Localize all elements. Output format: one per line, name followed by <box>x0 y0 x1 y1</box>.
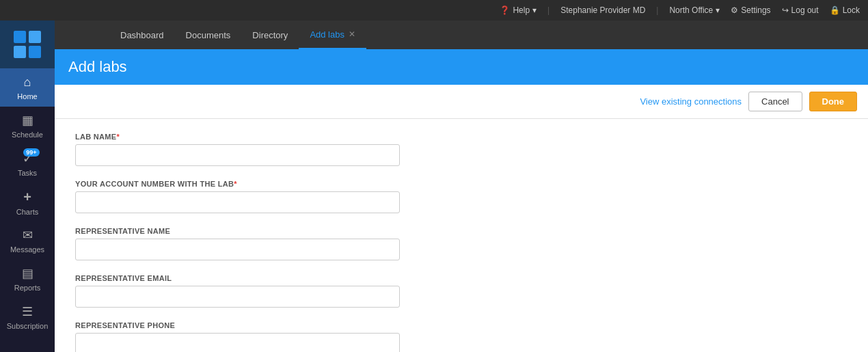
svg-rect-0 <box>14 31 26 43</box>
nav-documents[interactable]: Documents <box>175 21 242 49</box>
rep-name-group: REPRESENTATIVE NAME <box>75 227 847 260</box>
reports-icon: ▤ <box>22 266 33 281</box>
messages-icon: ✉ <box>23 228 33 243</box>
rep-phone-group: REPRESENTATIVE PHONE <box>75 321 847 352</box>
sidebar-item-home-label: Home <box>17 92 37 100</box>
sidebar-item-messages-label: Messages <box>10 245 44 254</box>
view-existing-connections-link[interactable]: View existing connections <box>640 96 742 107</box>
account-number-label: YOUR ACCOUNT NUMBER WITH THE LAB* <box>75 180 847 188</box>
sidebar-item-reports-label: Reports <box>14 284 41 292</box>
cancel-button[interactable]: Cancel <box>748 92 802 111</box>
done-button[interactable]: Done <box>809 92 858 111</box>
settings-link[interactable]: ⚙ Settings <box>731 5 770 15</box>
sidebar-item-home[interactable]: ⌂ Home <box>0 68 55 107</box>
sidebar-item-schedule-label: Schedule <box>12 131 43 139</box>
logo <box>0 21 55 68</box>
lab-name-required: * <box>116 133 120 141</box>
sidebar-item-reports[interactable]: ▤ Reports <box>0 260 55 298</box>
rep-phone-input[interactable] <box>75 333 400 352</box>
close-tab-icon[interactable]: ✕ <box>349 29 355 39</box>
rep-name-label: REPRESENTATIVE NAME <box>75 227 847 235</box>
sidebar-item-charts-label: Charts <box>16 208 38 216</box>
subscription-icon: ☰ <box>22 304 33 319</box>
nav-add-labs[interactable]: Add labs ✕ <box>299 21 366 49</box>
account-number-group: YOUR ACCOUNT NUMBER WITH THE LAB* <box>75 180 847 213</box>
sidebar-item-subscription-label: Subscription <box>7 322 49 330</box>
main-layout: ⌂ Home ▦ Schedule ✓ 99+ Tasks + Charts ✉… <box>0 21 868 352</box>
practice-fusion-logo <box>12 29 42 59</box>
svg-rect-2 <box>14 46 26 58</box>
logout-icon: ↪ <box>782 5 789 15</box>
schedule-icon: ▦ <box>22 113 33 128</box>
lab-name-label: LAB NAME* <box>75 133 847 141</box>
rep-email-label: REPRESENTATIVE EMAIL <box>75 274 847 282</box>
help-icon: ❓ <box>500 5 510 15</box>
svg-rect-1 <box>29 31 41 43</box>
home-icon: ⌂ <box>24 75 31 90</box>
page-header: Add labs <box>55 49 868 85</box>
nav-bar: Dashboard Documents Directory Add labs ✕ <box>55 21 868 49</box>
settings-icon: ⚙ <box>731 5 738 15</box>
lab-name-input[interactable] <box>75 144 400 166</box>
form-wrapper: View existing connections Cancel Done LA… <box>55 85 868 352</box>
charts-icon: + <box>23 189 31 205</box>
lock-link[interactable]: 🔒 Lock <box>830 5 860 15</box>
svg-rect-3 <box>29 46 41 58</box>
office-selector[interactable]: North Office ▾ <box>669 5 720 15</box>
user-info[interactable]: Stephanie Provider MD <box>560 5 645 15</box>
help-menu[interactable]: ❓ Help ▾ <box>500 5 537 15</box>
account-number-required: * <box>234 180 237 188</box>
lock-icon: 🔒 <box>830 5 840 15</box>
page-title: Add labs <box>68 58 127 76</box>
rep-phone-label: REPRESENTATIVE PHONE <box>75 321 847 329</box>
lab-name-group: LAB NAME* <box>75 133 847 166</box>
sidebar-item-subscription[interactable]: ☰ Subscription <box>0 298 55 336</box>
sidebar-item-messages[interactable]: ✉ Messages <box>0 221 55 260</box>
form-body: LAB NAME* YOUR ACCOUNT NUMBER WITH THE L… <box>55 119 868 352</box>
office-chevron-icon: ▾ <box>716 5 720 15</box>
content-area: Dashboard Documents Directory Add labs ✕… <box>55 21 868 352</box>
tasks-badge: 99+ <box>23 148 39 157</box>
nav-dashboard[interactable]: Dashboard <box>109 21 175 49</box>
sidebar-item-tasks[interactable]: ✓ 99+ Tasks <box>0 145 55 183</box>
form-toolbar: View existing connections Cancel Done <box>55 85 868 119</box>
nav-directory[interactable]: Directory <box>241 21 299 49</box>
rep-name-input[interactable] <box>75 239 400 260</box>
rep-email-group: REPRESENTATIVE EMAIL <box>75 274 847 308</box>
help-chevron-icon: ▾ <box>532 5 537 15</box>
sidebar: ⌂ Home ▦ Schedule ✓ 99+ Tasks + Charts ✉… <box>0 21 55 352</box>
sidebar-item-schedule[interactable]: ▦ Schedule <box>0 107 55 145</box>
rep-email-input[interactable] <box>75 286 400 308</box>
logout-link[interactable]: ↪ Log out <box>782 5 819 15</box>
sidebar-item-tasks-label: Tasks <box>18 169 37 177</box>
top-bar: ❓ Help ▾ | Stephanie Provider MD | North… <box>0 0 868 21</box>
sidebar-item-charts[interactable]: + Charts <box>0 183 55 221</box>
account-number-input[interactable] <box>75 191 400 213</box>
